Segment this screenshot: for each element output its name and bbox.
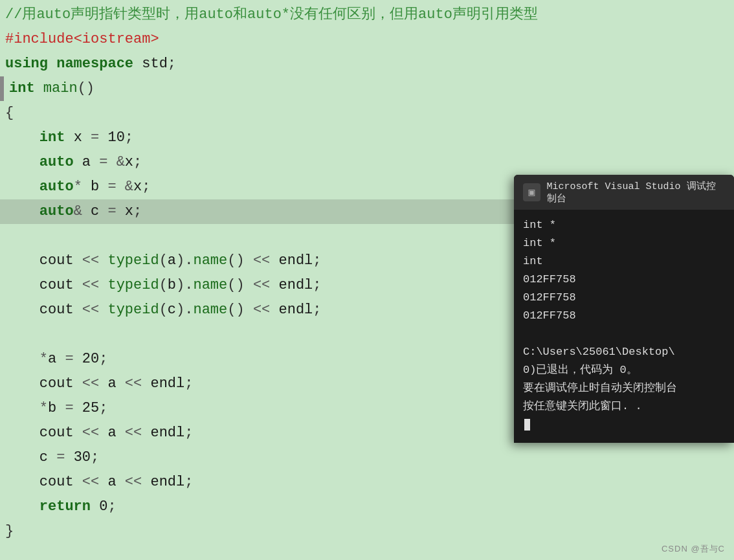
terminal-body: int *int *int012FF758012FF758012FF758 C:… xyxy=(514,210,734,443)
code-line-1: //用auto声明指针类型时，用auto和auto*没有任何区别，但用auto声… xyxy=(0,3,734,27)
line-content: auto* b = &x; xyxy=(5,175,150,199)
code-line-4: int main() xyxy=(0,76,734,101)
code-line-7: auto a = &x; xyxy=(0,150,734,175)
terminal-icon: ▣ xyxy=(523,183,540,201)
line-content: cout << typeid(c).name() << endl; xyxy=(5,298,322,322)
line-bar xyxy=(0,76,4,101)
terminal-output-line: int xyxy=(523,252,725,271)
terminal-output-line: 按任意键关闭此窗口. . xyxy=(523,398,725,416)
code-line-3: using namespace std; xyxy=(0,52,734,76)
terminal-titlebar: ▣ Microsoft Visual Studio 调试控制台 xyxy=(514,175,734,210)
line-content: cout << a << endl; xyxy=(5,372,193,396)
line-content: //用auto声明指针类型时，用auto和auto*没有任何区别，但用auto声… xyxy=(5,3,538,27)
code-line-22: } xyxy=(0,519,734,544)
terminal-window: ▣ Microsoft Visual Studio 调试控制台 int *int… xyxy=(514,175,734,443)
terminal-output-line: int * xyxy=(523,234,725,252)
line-content: *a = 20; xyxy=(5,347,107,372)
line-content: int x = 10; xyxy=(5,126,133,150)
terminal-output-line: int * xyxy=(523,216,725,234)
code-line-21: return 0; xyxy=(0,495,734,519)
terminal-output-line: 012FF758 xyxy=(523,271,725,289)
terminal-title: Microsoft Visual Studio 调试控制台 xyxy=(547,180,726,205)
line-content: cout << a << endl; xyxy=(5,470,193,495)
code-line-5: { xyxy=(0,101,734,126)
terminal-output-line xyxy=(523,325,725,343)
line-content: auto& c = x; xyxy=(5,199,142,224)
terminal-output-line: 要在调试停止时自动关闭控制台 xyxy=(523,379,725,398)
line-content: return 0; xyxy=(5,495,117,519)
line-content: auto a = &x; xyxy=(5,150,142,175)
watermark: CSDN @吾与C xyxy=(662,543,725,555)
line-content: c = 30; xyxy=(5,445,99,470)
line-content: int main() xyxy=(9,76,95,101)
line-content: cout << typeid(b).name() << endl; xyxy=(5,273,322,298)
terminal-output-line: 0)已退出，代码为 0。 xyxy=(523,361,725,379)
line-content: { xyxy=(5,101,14,126)
line-content: using namespace std; xyxy=(5,52,176,76)
line-content: } xyxy=(5,519,14,544)
code-line-20: cout << a << endl; xyxy=(0,470,734,495)
terminal-output-line: 012FF758 xyxy=(523,289,725,307)
terminal-output-line: 012FF758 xyxy=(523,307,725,325)
terminal-output-line: C:\Users\25061\Desktop\ xyxy=(523,343,725,361)
code-line-6: int x = 10; xyxy=(0,126,734,150)
code-line-2: #include<iostream> xyxy=(0,27,734,52)
terminal-cursor xyxy=(523,416,725,434)
line-content: cout << a << endl; xyxy=(5,421,193,445)
line-content: *b = 25; xyxy=(5,396,107,421)
code-line-19: c = 30; xyxy=(0,445,734,470)
line-content: cout << typeid(a).name() << endl; xyxy=(5,249,322,273)
line-content: #include<iostream> xyxy=(5,27,159,52)
